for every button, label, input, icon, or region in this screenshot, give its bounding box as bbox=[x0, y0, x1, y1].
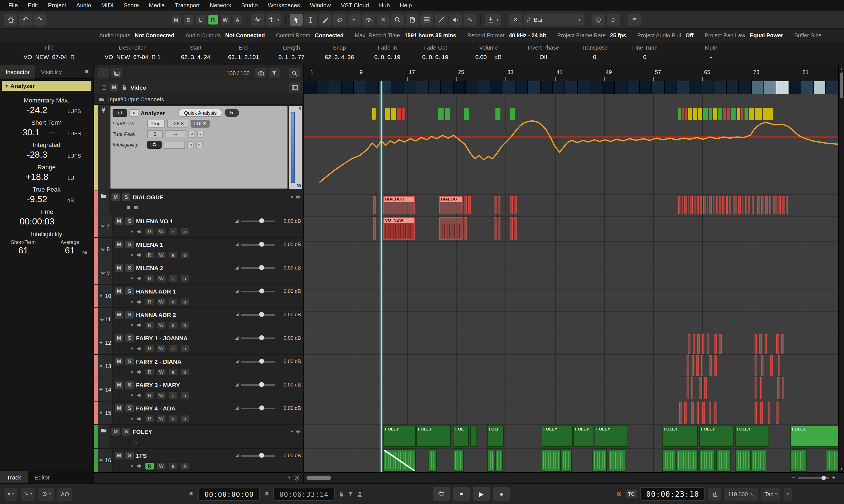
foley-event[interactable] bbox=[592, 449, 607, 472]
tab-track[interactable]: Track bbox=[0, 471, 28, 483]
audio-event[interactable] bbox=[694, 196, 696, 214]
foley-event[interactable] bbox=[676, 449, 698, 472]
volume-slider-thumb[interactable] bbox=[259, 453, 264, 458]
audio-event[interactable] bbox=[700, 196, 702, 214]
audio-event[interactable] bbox=[733, 196, 737, 214]
play-button[interactable]: ▶ bbox=[473, 487, 490, 501]
track-solo-button[interactable]: S bbox=[125, 287, 134, 295]
track-solo-button[interactable]: S bbox=[125, 334, 134, 342]
audio-event[interactable] bbox=[684, 196, 687, 214]
menu-item-audio[interactable]: Audio bbox=[71, 0, 96, 11]
foley-event[interactable] bbox=[562, 449, 572, 472]
analyzer-section-header[interactable]: ▾Analyzer bbox=[2, 81, 91, 91]
menu-item-vst-cloud[interactable]: VST Cloud bbox=[336, 0, 374, 11]
zoom-slider[interactable] bbox=[798, 477, 829, 479]
project-cursor[interactable] bbox=[381, 81, 382, 472]
record-enable-icon[interactable]: ● bbox=[130, 393, 133, 397]
comp-tool-button[interactable] bbox=[420, 14, 433, 25]
right-locator-display[interactable]: 00:06:33:14 bbox=[273, 488, 335, 500]
status-item[interactable]: Record Format48 kHz - 24 bit bbox=[467, 32, 546, 38]
loudness-unit-button[interactable]: LUFS bbox=[191, 120, 210, 127]
audio-event[interactable] bbox=[510, 217, 513, 240]
audio-event[interactable] bbox=[679, 401, 682, 424]
track-mute-button[interactable]: M bbox=[115, 264, 123, 272]
audio-quantize-button[interactable]: AQ bbox=[58, 488, 72, 500]
audio-event[interactable] bbox=[719, 196, 721, 214]
foley-event[interactable]: FOLEY bbox=[699, 426, 734, 447]
audio-event[interactable] bbox=[722, 196, 724, 214]
info-field-snap[interactable]: Snap62. 3. 4. 26 bbox=[315, 42, 363, 65]
info-field-length[interactable]: Length0. 1. 2. 77 bbox=[267, 42, 315, 65]
snapshot-button[interactable] bbox=[255, 68, 266, 78]
audio-event[interactable] bbox=[759, 334, 762, 354]
monitor-icon[interactable] bbox=[137, 416, 142, 421]
foley-event[interactable]: FOLEY bbox=[790, 426, 840, 447]
menu-item-window[interactable]: Window bbox=[305, 0, 336, 11]
status-item[interactable]: Audio OutputsNot Connected bbox=[185, 32, 265, 38]
track-solo-button[interactable]: S bbox=[125, 217, 134, 225]
info-field-invertphase[interactable]: Invert PhaseOff bbox=[518, 42, 569, 65]
audio-event[interactable] bbox=[510, 196, 513, 214]
foley-event[interactable] bbox=[428, 449, 437, 472]
audio-event[interactable] bbox=[738, 196, 741, 214]
menu-item-edit[interactable]: Edit bbox=[23, 0, 43, 11]
foley-event[interactable] bbox=[470, 426, 477, 447]
audio-event[interactable] bbox=[682, 196, 683, 214]
audio-event[interactable] bbox=[703, 196, 705, 214]
audio-event[interactable] bbox=[691, 401, 694, 424]
record-enable-icon[interactable]: ● bbox=[130, 276, 133, 281]
record-enable-icon[interactable]: ● bbox=[130, 370, 133, 374]
track-mute-button[interactable]: M bbox=[115, 381, 123, 389]
track-row[interactable]: 11MSHANNA ADR 2◢0.00 dB●RWeo bbox=[94, 308, 303, 331]
track-read-button[interactable]: R bbox=[145, 415, 154, 422]
monitor-icon[interactable] bbox=[137, 369, 142, 375]
menu-item-file[interactable]: File bbox=[3, 0, 23, 11]
status-item[interactable]: Buffer Size bbox=[794, 32, 826, 38]
track-lock-icon[interactable] bbox=[121, 84, 128, 91]
audio-event[interactable] bbox=[709, 401, 711, 424]
filter-tracks-button[interactable] bbox=[269, 68, 280, 78]
menu-item-hub[interactable]: Hub bbox=[374, 0, 395, 11]
track-edit-channel-button[interactable]: e bbox=[169, 368, 177, 375]
folder-track-row[interactable]: MSFOLEY●≡≋ bbox=[94, 425, 303, 449]
audio-event[interactable] bbox=[773, 196, 777, 214]
volume-slider[interactable] bbox=[241, 384, 275, 386]
line-tool-button[interactable] bbox=[435, 14, 447, 25]
audio-event[interactable] bbox=[782, 377, 784, 399]
track-inserts-bypass-button[interactable]: o bbox=[180, 415, 189, 422]
track-solo-button[interactable]: S bbox=[125, 404, 134, 412]
volume-slider[interactable] bbox=[241, 290, 275, 292]
automation-m-button[interactable]: M bbox=[171, 15, 181, 24]
track-row[interactable]: 16MS1FS◢0.00 dB●RWeo bbox=[94, 449, 303, 472]
volume-slider[interactable] bbox=[241, 267, 275, 269]
foley-event[interactable]: FOLEY bbox=[383, 426, 416, 447]
info-field-transpose[interactable]: Transpose0 bbox=[569, 42, 620, 65]
routing-button[interactable]: ▾ bbox=[266, 14, 281, 25]
audio-event[interactable] bbox=[777, 377, 780, 399]
volume-slider-thumb[interactable] bbox=[259, 242, 264, 247]
record-enable-icon[interactable]: ● bbox=[130, 416, 133, 421]
automation-s-button[interactable]: S bbox=[183, 15, 193, 24]
track-inserts-bypass-button[interactable]: o bbox=[180, 228, 189, 235]
inspector-menu-icon[interactable]: ≡ bbox=[85, 69, 89, 75]
audio-event[interactable] bbox=[752, 196, 754, 214]
audio-event[interactable] bbox=[778, 355, 780, 376]
track-read-button[interactable]: R bbox=[145, 228, 154, 235]
foley-event[interactable]: FOLI bbox=[487, 426, 504, 447]
scroll-down-icon[interactable]: ▾ bbox=[839, 466, 844, 472]
stop-button[interactable]: ■ bbox=[453, 487, 470, 501]
audio-event[interactable] bbox=[781, 334, 784, 354]
audio-event[interactable] bbox=[696, 355, 699, 376]
info-field-volume[interactable]: Volume0.00dB bbox=[459, 42, 518, 65]
audio-event[interactable] bbox=[699, 377, 702, 399]
track-solo-button[interactable]: S bbox=[125, 452, 134, 460]
audio-event[interactable] bbox=[709, 196, 711, 214]
punch-in-icon[interactable] bbox=[616, 491, 622, 497]
track-edit-channel-button[interactable]: e bbox=[169, 251, 177, 258]
status-item[interactable]: Max. Record Time1591 hours 35 mins bbox=[355, 32, 456, 38]
track-edit-channel-button[interactable]: e bbox=[169, 415, 177, 422]
audio-event[interactable] bbox=[494, 196, 496, 214]
warp-quantize-button[interactable]: ∿▾ bbox=[21, 488, 35, 500]
loudness-mode-button[interactable]: Prog. bbox=[147, 120, 165, 127]
zoom-slider-thumb[interactable] bbox=[822, 475, 826, 480]
